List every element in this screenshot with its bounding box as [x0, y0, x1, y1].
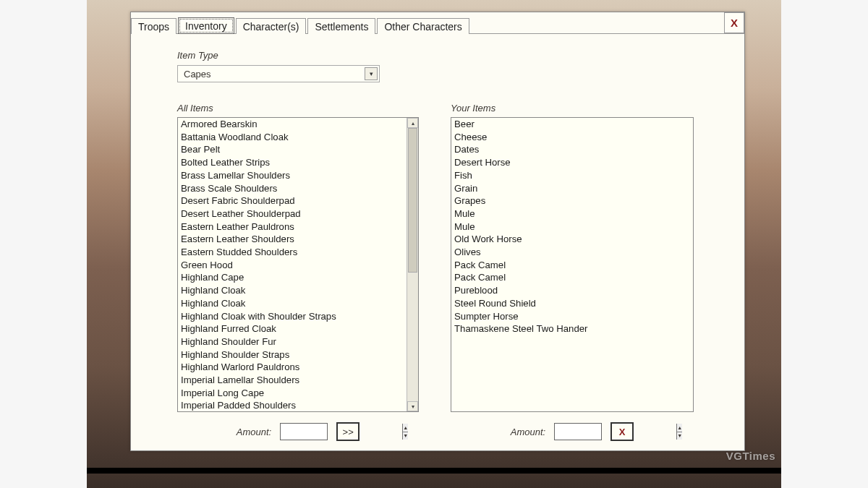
list-item[interactable]: Imperial Padded Shoulders	[178, 399, 407, 411]
spin-up-icon[interactable]: ▲	[677, 424, 682, 432]
tab-characters[interactable]: Character(s)	[236, 18, 307, 34]
right-amount-label: Amount:	[511, 427, 545, 437]
list-item[interactable]: Imperial Lamellar Shoulders	[178, 374, 407, 387]
list-item[interactable]: Highland Warlord Pauldrons	[178, 361, 407, 374]
list-item[interactable]: Pack Camel	[451, 259, 693, 272]
list-item[interactable]: Cheese	[451, 131, 693, 144]
list-item[interactable]: Mule	[451, 221, 693, 234]
editor-window: Troops Inventory Character(s) Settlement…	[130, 12, 745, 451]
list-item[interactable]: Pack Camel	[451, 271, 693, 284]
your-items-listbox[interactable]: BeerCheeseDatesDesert HorseFishGrainGrap…	[451, 117, 694, 412]
list-item[interactable]: Battania Woodland Cloak	[178, 131, 407, 144]
tab-settlements[interactable]: Settlements	[307, 18, 375, 34]
item-type-label: Item Type	[177, 50, 718, 61]
pillar-left	[0, 0, 87, 488]
pillar-right	[781, 0, 868, 488]
list-item[interactable]: Steel Round Shield	[451, 297, 693, 310]
left-amount-row: Amount: ▲ ▼ >>	[177, 422, 419, 441]
list-item[interactable]: Highland Cloak	[178, 297, 407, 310]
all-items-listbox[interactable]: Armored BearskinBattania Woodland CloakB…	[177, 117, 419, 412]
spin-down-icon[interactable]: ▼	[403, 432, 408, 440]
all-items-scrollbar[interactable]: ▴ ▾	[407, 118, 418, 411]
left-amount-spinner[interactable]: ▲ ▼	[280, 423, 328, 440]
list-item[interactable]: Mule	[451, 207, 693, 221]
list-item[interactable]: Bolted Leather Strips	[178, 156, 407, 169]
watermark: VGTimes	[726, 450, 775, 462]
list-item[interactable]: Highland Cape	[178, 271, 407, 284]
list-item[interactable]: Highland Shoulder Fur	[178, 335, 407, 348]
tab-content: Item Type Capes ▾ All Items Armored Bear…	[131, 34, 744, 450]
list-item[interactable]: Beer	[451, 118, 693, 131]
close-button[interactable]: X	[724, 12, 744, 33]
list-item[interactable]: Desert Leather Shoulderpad	[178, 207, 407, 221]
tab-troops[interactable]: Troops	[131, 18, 176, 34]
list-item[interactable]: Highland Furred Cloak	[178, 322, 407, 335]
chevron-down-icon: ▾	[365, 67, 378, 80]
right-amount-spinner[interactable]: ▲ ▼	[554, 423, 602, 440]
item-type-dropdown[interactable]: Capes ▾	[177, 65, 380, 82]
scroll-track[interactable]	[407, 128, 418, 401]
list-item[interactable]: Sumpter Horse	[451, 310, 693, 323]
list-item[interactable]: Eastern Leather Pauldrons	[178, 221, 407, 234]
list-item[interactable]: Brass Scale Shoulders	[178, 182, 407, 195]
tab-strip: Troops Inventory Character(s) Settlement…	[131, 12, 744, 34]
list-item[interactable]: Grapes	[451, 194, 693, 207]
list-item[interactable]: Highland Shoulder Straps	[178, 348, 407, 361]
list-item[interactable]: Pureblood	[451, 284, 693, 297]
list-item[interactable]: Armored Bearskin	[178, 118, 407, 131]
scroll-down-icon[interactable]: ▾	[407, 401, 418, 411]
list-item[interactable]: Grain	[451, 182, 693, 195]
list-item[interactable]: Dates	[451, 143, 693, 156]
list-item[interactable]: Thamaskene Steel Two Hander	[451, 322, 693, 335]
list-item[interactable]: Imperial Long Cape	[178, 387, 407, 400]
right-amount-row: Amount: ▲ ▼ X	[451, 422, 694, 441]
black-strip	[87, 468, 781, 474]
list-item[interactable]: Eastern Leather Shoulders	[178, 233, 407, 246]
list-item[interactable]: Highland Cloak	[178, 284, 407, 297]
add-item-button[interactable]: >>	[336, 422, 359, 441]
list-item[interactable]: Highland Cloak with Shoulder Straps	[178, 310, 407, 323]
tab-inventory[interactable]: Inventory	[178, 17, 234, 34]
list-item[interactable]: Desert Horse	[451, 156, 693, 169]
all-items-title: All Items	[177, 103, 419, 114]
list-item[interactable]: Desert Fabric Shoulderpad	[178, 194, 407, 207]
your-items-column: Your Items BeerCheeseDatesDesert HorseFi…	[451, 103, 694, 441]
all-items-column: All Items Armored BearskinBattania Woodl…	[177, 103, 419, 441]
item-type-value: Capes	[184, 69, 211, 80]
scroll-up-icon[interactable]: ▴	[407, 118, 418, 128]
spin-down-icon[interactable]: ▼	[677, 432, 682, 440]
list-item[interactable]: Brass Lamellar Shoulders	[178, 169, 407, 182]
list-item[interactable]: Fish	[451, 169, 693, 182]
spin-up-icon[interactable]: ▲	[403, 424, 408, 432]
tab-other-characters[interactable]: Other Characters	[377, 18, 469, 34]
list-item[interactable]: Old Work Horse	[451, 233, 693, 246]
list-item[interactable]: Olives	[451, 246, 693, 259]
left-amount-label: Amount:	[237, 427, 271, 437]
your-items-title: Your Items	[451, 103, 694, 114]
remove-item-button[interactable]: X	[610, 422, 634, 441]
list-item[interactable]: Bear Pelt	[178, 143, 407, 156]
scroll-thumb[interactable]	[408, 128, 417, 273]
list-item[interactable]: Eastern Studded Shoulders	[178, 246, 407, 259]
list-item[interactable]: Green Hood	[178, 259, 407, 272]
